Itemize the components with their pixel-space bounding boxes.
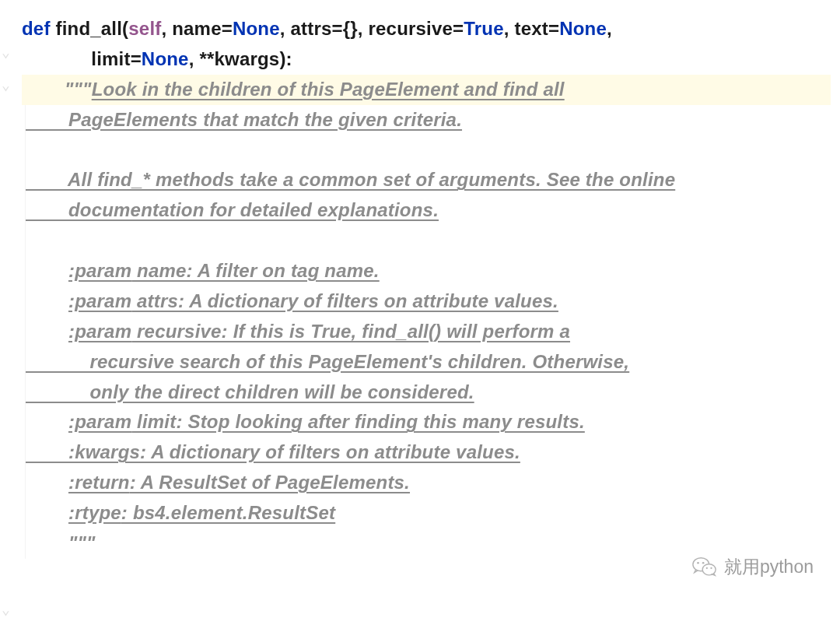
docstring-line: PageElements that match the given criter…: [25, 105, 831, 135]
function-name: find_all: [55, 18, 122, 39]
docstring-tag-param: :param: [68, 290, 131, 311]
docstring-param: :param attrs: A dictionary of filters on…: [25, 286, 831, 317]
docstring-line: :kwargs: A dictionary of filters on attr…: [25, 437, 831, 468]
svg-point-3: [702, 562, 705, 564]
code-line-def: def find_all(self, name=None, attrs={}, …: [22, 14, 831, 44]
docstring-tag-param: :param: [68, 411, 131, 432]
svg-point-2: [697, 562, 699, 564]
docstring-line: only the direct children will be conside…: [25, 377, 831, 408]
docstring-blank: [25, 226, 831, 256]
docstring-line-highlighted: """Look in the children of this PageElem…: [22, 75, 831, 105]
docstring-line: recursive search of this PageElement's c…: [25, 347, 831, 377]
docstring-tag-param: :param: [68, 260, 131, 281]
svg-point-4: [706, 567, 708, 569]
gutter-fold-mark: ⌄: [2, 601, 10, 617]
keyword-none: None: [142, 48, 189, 69]
code-editor-pane: def find_all(self, name=None, attrs={}, …: [0, 0, 840, 559]
docstring-line: All find_* methods take a common set of …: [25, 165, 831, 195]
docstring-param: :param recursive: If this is True, find_…: [25, 317, 831, 347]
keyword-none: None: [559, 18, 607, 39]
docstring-line: documentation for detailed explanations.: [25, 195, 831, 226]
docstring-rtype: :rtype: bs4.element.ResultSet: [25, 498, 831, 528]
wechat-icon: [691, 553, 718, 580]
watermark: 就用python: [691, 553, 814, 580]
docstring-param: :param name: A filter on tag name.: [25, 256, 831, 286]
watermark-text: 就用python: [724, 555, 814, 579]
docstring-tag-return: :return: [68, 472, 130, 493]
keyword-true: True: [464, 18, 503, 39]
keyword-self: self: [128, 18, 161, 39]
svg-point-5: [710, 567, 712, 569]
code-line-def-cont: limit=None, **kwargs):: [22, 44, 831, 75]
keyword-none: None: [233, 18, 280, 39]
gutter-fold-mark: ⌄: [2, 44, 10, 60]
gutter-fold-mark: ⌄: [2, 76, 10, 93]
docstring-tag-rtype: :rtype: [68, 502, 121, 523]
docstring-return: :return: A ResultSet of PageElements.: [25, 468, 831, 498]
keyword-def: def: [22, 18, 55, 39]
docstring-blank: [25, 135, 831, 166]
docstring-tag-param: :param: [68, 321, 131, 342]
docstring-param: :param limit: Stop looking after finding…: [25, 407, 831, 437]
